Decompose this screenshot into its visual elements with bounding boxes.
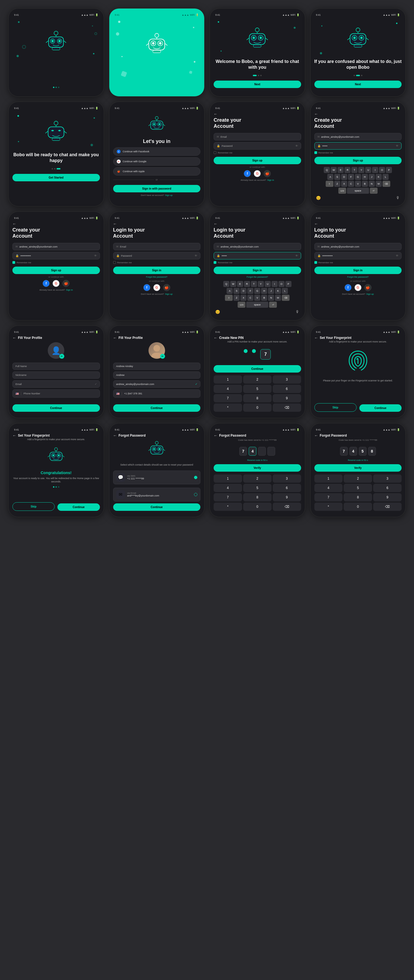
- numpad-9[interactable]: 9: [273, 493, 301, 501]
- next-button[interactable]: Next: [213, 81, 301, 88]
- numpad-9[interactable]: 9: [273, 394, 301, 402]
- sign-up-button[interactable]: Sign up: [13, 267, 100, 274]
- numpad-3[interactable]: 3: [373, 474, 401, 483]
- key-return[interactable]: ⏎: [269, 302, 277, 308]
- key-space[interactable]: space: [246, 302, 268, 308]
- skip-button[interactable]: Skip: [13, 502, 55, 511]
- key-q[interactable]: Q: [223, 281, 229, 287]
- password-input[interactable]: 🔒 •••••••••••• 👁: [314, 252, 402, 259]
- continue-button[interactable]: Continue: [113, 404, 201, 412]
- key-i[interactable]: I: [372, 167, 378, 173]
- email-input[interactable]: ✉ andrew_ainsley@yourdomain.com: [213, 243, 301, 250]
- numpad-1[interactable]: 1: [213, 474, 242, 483]
- key-p[interactable]: P: [386, 167, 392, 173]
- numpad-0[interactable]: 0: [243, 404, 272, 412]
- key-x[interactable]: X: [341, 181, 347, 187]
- back-button[interactable]: ←: [13, 433, 16, 438]
- key-return[interactable]: ⏎: [370, 188, 377, 194]
- sign-in-button[interactable]: Sign in: [213, 267, 301, 274]
- key-w[interactable]: W: [331, 167, 337, 173]
- email-input[interactable]: Email ✓: [13, 380, 100, 388]
- email-input[interactable]: andrew_ainsley@yourdomain.com ✓: [113, 380, 201, 388]
- numpad-backspace[interactable]: ⌫: [273, 404, 301, 412]
- key-k[interactable]: K: [376, 174, 382, 180]
- key-v[interactable]: V: [254, 295, 260, 301]
- remember-checkbox[interactable]: [314, 151, 317, 154]
- numpad-star[interactable]: *: [314, 503, 343, 511]
- key-n[interactable]: N: [369, 181, 375, 187]
- numpad-6[interactable]: 6: [273, 484, 301, 492]
- key-y[interactable]: Y: [358, 167, 364, 173]
- key-u[interactable]: U: [365, 167, 371, 173]
- key-a[interactable]: A: [226, 288, 232, 294]
- key-m[interactable]: M: [376, 181, 382, 187]
- google-social-button[interactable]: G: [153, 284, 160, 291]
- remember-checkbox[interactable]: [213, 261, 217, 264]
- code-digit-2[interactable]: 4: [249, 447, 256, 456]
- email-input[interactable]: ✉ Email: [113, 243, 201, 250]
- numpad-8[interactable]: 8: [344, 493, 372, 501]
- key-b[interactable]: B: [362, 181, 368, 187]
- verify-button[interactable]: Verify: [213, 464, 301, 472]
- sign-up-link[interactable]: Sign up: [165, 194, 172, 197]
- apple-social-button[interactable]: 🍎: [264, 170, 271, 177]
- key-p[interactable]: P: [285, 281, 291, 287]
- numpad-7[interactable]: 7: [213, 493, 242, 501]
- email-input[interactable]: ✉ Email: [213, 133, 301, 140]
- get-started-button[interactable]: Get Started: [13, 174, 100, 181]
- key-j[interactable]: J: [268, 288, 274, 294]
- google-social-button[interactable]: G: [254, 170, 261, 177]
- nickname-input[interactable]: Andrew: [113, 371, 201, 379]
- sign-in-password-button[interactable]: Sign in with password: [113, 185, 201, 192]
- key-d[interactable]: D: [341, 174, 347, 180]
- key-c[interactable]: C: [348, 181, 354, 187]
- key-l[interactable]: L: [382, 174, 389, 180]
- back-button[interactable]: ←: [13, 336, 16, 340]
- key-j[interactable]: J: [369, 174, 375, 180]
- numpad-2[interactable]: 2: [243, 474, 272, 483]
- back-button[interactable]: ←: [213, 112, 218, 116]
- sign-in-link[interactable]: Sign in: [267, 179, 274, 181]
- password-input[interactable]: 🔒 Password 👁: [213, 142, 301, 150]
- key-g[interactable]: G: [355, 174, 361, 180]
- phone-input[interactable]: 🇺🇸 +1 (647 378 391: [113, 390, 201, 398]
- forgot-password-link[interactable]: Forgot the password?: [347, 276, 368, 278]
- remember-checkbox[interactable]: [314, 261, 317, 264]
- key-k[interactable]: K: [275, 288, 281, 294]
- key-x[interactable]: X: [240, 295, 247, 301]
- key-u[interactable]: U: [265, 281, 271, 287]
- numpad-3[interactable]: 3: [273, 375, 301, 383]
- back-button[interactable]: ←: [314, 112, 318, 116]
- numpad-1[interactable]: 1: [213, 375, 242, 383]
- key-shift[interactable]: ⇧: [326, 181, 333, 187]
- nickname-input[interactable]: Nickname: [13, 371, 100, 379]
- remember-checkbox[interactable]: [13, 261, 15, 264]
- emoji-key[interactable]: 😊: [215, 310, 220, 314]
- key-y[interactable]: Y: [258, 281, 264, 287]
- sign-up-button[interactable]: Sign up: [314, 157, 402, 164]
- back-button[interactable]: ←: [213, 222, 218, 226]
- numpad-9[interactable]: 9: [373, 493, 401, 501]
- continue-facebook-button[interactable]: f Continue with Facebook: [113, 147, 201, 156]
- numpad-2[interactable]: 2: [243, 375, 272, 383]
- skip-button[interactable]: Skip: [314, 403, 357, 412]
- back-button[interactable]: ←: [113, 222, 117, 226]
- key-r[interactable]: R: [244, 281, 250, 287]
- back-button[interactable]: ←: [314, 222, 318, 226]
- key-backspace[interactable]: ⌫: [282, 295, 290, 301]
- key-a[interactable]: A: [327, 174, 333, 180]
- back-button[interactable]: ←: [213, 433, 218, 438]
- key-i[interactable]: I: [272, 281, 278, 287]
- google-social-button[interactable]: G: [53, 280, 60, 287]
- back-button[interactable]: ←: [314, 433, 318, 438]
- numpad-star[interactable]: *: [213, 503, 242, 511]
- key-space[interactable]: space: [347, 188, 369, 194]
- apple-social-button[interactable]: 🍎: [62, 280, 70, 287]
- key-s[interactable]: S: [334, 174, 340, 180]
- code-digit-4[interactable]: [268, 447, 275, 456]
- key-z[interactable]: Z: [234, 295, 240, 301]
- key-t[interactable]: T: [251, 281, 257, 287]
- key-o[interactable]: O: [279, 281, 285, 287]
- continue-apple-button[interactable]: 🍎 Continue with Apple: [113, 167, 201, 175]
- phone-input[interactable]: 🇺🇸 Phone Number: [13, 390, 100, 398]
